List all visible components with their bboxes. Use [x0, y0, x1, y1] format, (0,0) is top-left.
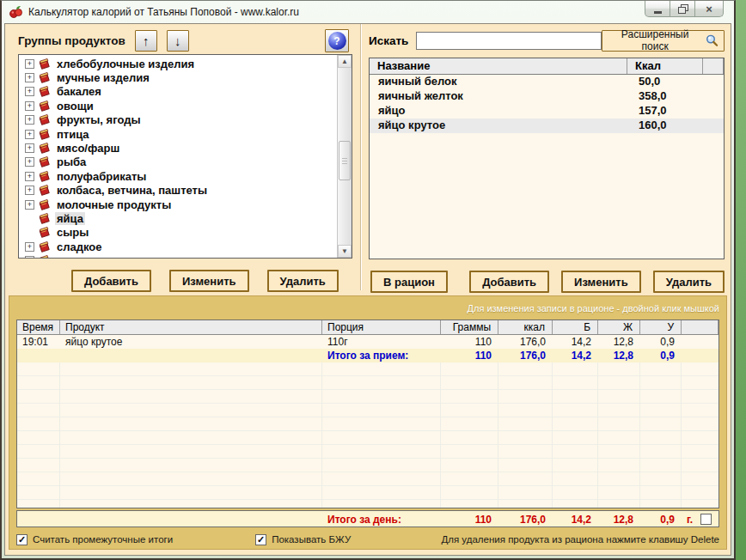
- ration-column-header[interactable]: Б: [553, 320, 598, 334]
- expand-plus-icon[interactable]: +: [25, 87, 34, 96]
- tree-item[interactable]: + масла-жиры: [21, 253, 336, 259]
- meal-total-grams: 110: [441, 349, 498, 362]
- ration-column-header[interactable]: Порция: [322, 320, 441, 334]
- minimize-button[interactable]: [645, 1, 670, 17]
- tree-item-label: овощи: [55, 100, 95, 113]
- tree-item[interactable]: + сыры: [21, 226, 336, 240]
- ration-column-header[interactable]: [682, 320, 718, 334]
- tree-item[interactable]: + мясо/фарш: [21, 141, 336, 155]
- day-total-checkbox[interactable]: [700, 514, 712, 525]
- advanced-search-label: Расширенный поиск: [610, 28, 700, 52]
- option-item[interactable]: Считать промежуточные итоги: [16, 534, 173, 545]
- tree-item[interactable]: + колбаса, ветчина, паштеты: [21, 184, 336, 198]
- tree-item[interactable]: + овощи: [21, 99, 336, 113]
- tree-item[interactable]: + сладкое: [21, 240, 336, 253]
- col-kcal[interactable]: Ккал: [627, 58, 703, 74]
- option-item[interactable]: Показывать БЖУ: [255, 534, 351, 545]
- tree-item[interactable]: + бакалея: [21, 85, 336, 99]
- day-total-carbs: 0,9: [640, 513, 682, 526]
- day-total-spacer2: [60, 519, 322, 520]
- expand-plus-icon[interactable]: +: [25, 143, 34, 153]
- product-row[interactable]: яйцо 157,0: [370, 104, 724, 119]
- book-icon: [38, 113, 51, 126]
- expand-plus-icon[interactable]: +: [25, 186, 34, 195]
- expand-plus-icon[interactable]: +: [25, 115, 34, 125]
- book-icon: [38, 254, 51, 259]
- tree-item[interactable]: + полуфабрикаты: [21, 169, 336, 183]
- move-down-button[interactable]: ↓: [167, 30, 189, 52]
- product-delete-button[interactable]: Удалить: [653, 271, 725, 293]
- tree-scrollbar[interactable]: ▲ ▼: [337, 55, 352, 258]
- ration-table-header: ВремяПродуктПорцияГраммыккалБЖУ: [17, 320, 718, 335]
- expand-plus-icon[interactable]: +: [25, 200, 34, 210]
- ration-column-header[interactable]: Граммы: [441, 320, 498, 334]
- tree-item-label: птица: [55, 128, 91, 141]
- search-label: Искать: [369, 34, 408, 47]
- advanced-search-button[interactable]: Расширенный поиск: [602, 30, 725, 52]
- groups-panel: Группы продуктов ↑ ↓ ? +: [5, 24, 361, 290]
- product-row[interactable]: яичный желток 358,0: [370, 89, 724, 104]
- tree-item-label: сладкое: [55, 240, 103, 253]
- book-icon: [38, 184, 51, 197]
- expand-plus-icon[interactable]: +: [25, 256, 34, 259]
- tree-item-label: бакалея: [55, 85, 103, 98]
- tree-item[interactable]: + фрукты, ягоды: [21, 113, 336, 127]
- groups-tree[interactable]: + хлебобулочные изделия: [18, 54, 352, 259]
- ration-column-header[interactable]: Продукт: [60, 320, 322, 334]
- checkbox-icon[interactable]: [255, 534, 266, 545]
- expand-plus-icon[interactable]: +: [25, 73, 34, 82]
- group-delete-button[interactable]: Удалить: [267, 270, 339, 292]
- move-up-button[interactable]: ↑: [135, 30, 157, 52]
- day-total-row: Итого за день: 110 176,0 14,2 12,8 0,9 г…: [16, 510, 719, 527]
- tree-item[interactable]: + птица: [21, 127, 336, 141]
- scroll-thumb[interactable]: [339, 141, 351, 180]
- tree-item[interactable]: + хлебобулочные изделия: [21, 57, 336, 70]
- scroll-up-icon[interactable]: ▲: [338, 55, 352, 68]
- tree-item[interactable]: + яйца: [21, 211, 336, 225]
- product-kcal: 50,0: [627, 75, 724, 89]
- group-add-button[interactable]: Добавить: [71, 270, 151, 292]
- expand-plus-icon[interactable]: +: [25, 157, 34, 167]
- ration-column-header[interactable]: У: [640, 320, 682, 334]
- checkbox-icon[interactable]: [16, 534, 28, 545]
- scroll-down-icon[interactable]: ▼: [338, 245, 352, 258]
- close-button[interactable]: ×: [694, 1, 724, 17]
- product-add-button[interactable]: Добавить: [469, 271, 549, 293]
- product-kcal: 157,0: [627, 104, 724, 119]
- minimize-icon: [654, 11, 662, 14]
- group-edit-button[interactable]: Изменить: [169, 270, 249, 292]
- meal-total-spacer1: [17, 349, 60, 362]
- ration-row[interactable]: 19:01 яйцо крутое 110г 110 176,0 14,2 12…: [17, 335, 718, 349]
- book-icon: [38, 71, 51, 84]
- product-row[interactable]: яичный белок 50,0: [370, 75, 724, 89]
- products-panel: Искать Расширенный поиск: [361, 24, 731, 290]
- app-logo-icon: [9, 5, 23, 19]
- book-icon: [38, 212, 51, 225]
- search-input[interactable]: [416, 32, 602, 50]
- ration-column-header[interactable]: Время: [17, 320, 60, 334]
- product-edit-button[interactable]: Изменить: [561, 271, 641, 293]
- product-row[interactable]: яйцо крутое 160,0: [370, 119, 724, 133]
- expand-plus-icon[interactable]: +: [25, 172, 34, 181]
- titlebar[interactable]: Калькулятор калорий от Татьяны Поповой -…: [2, 1, 734, 23]
- tree-item[interactable]: + рыба: [21, 155, 336, 169]
- restore-button[interactable]: [670, 1, 695, 17]
- to-ration-button[interactable]: В рацион: [370, 271, 448, 293]
- tree-item-label: мясо/фарш: [55, 142, 121, 155]
- expand-plus-icon[interactable]: +: [25, 242, 34, 252]
- ration-rows: 19:01 яйцо крутое 110г 110 176,0 14,2 12…: [17, 335, 718, 349]
- groups-header: Группы продуктов ↑ ↓ ?: [18, 27, 352, 54]
- expand-plus-icon[interactable]: +: [25, 130, 34, 139]
- product-name: яичный белок: [370, 75, 627, 89]
- col-name[interactable]: Название: [370, 58, 627, 74]
- ration-column-header[interactable]: ккал: [498, 320, 553, 334]
- expand-plus-icon[interactable]: +: [25, 59, 34, 69]
- ration-empty-grid: [17, 362, 718, 508]
- tree-item[interactable]: + молочные продукты: [21, 198, 336, 211]
- ration-column-header[interactable]: Ж: [598, 320, 640, 334]
- expand-plus-icon[interactable]: +: [25, 101, 34, 111]
- help-button[interactable]: ?: [325, 29, 349, 52]
- caption-buttons: ×: [645, 1, 724, 17]
- tree-item[interactable]: + мучные изделия: [21, 70, 336, 84]
- close-icon: ×: [706, 3, 712, 15]
